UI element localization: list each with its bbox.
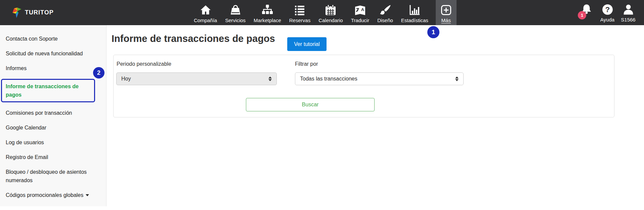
nav-item-servicios[interactable]: Servicios xyxy=(224,0,246,25)
sidebar-item-bloqueo-asientos[interactable]: Bloqueo / desbloqueo de asientos numerad… xyxy=(6,168,97,185)
sidebar-item-solicitud-funcionalidad[interactable]: Solicitud de nueva funcionalidad xyxy=(6,49,97,58)
select-arrows-icon xyxy=(455,76,459,81)
sidebar-item-google-calendar[interactable]: Google Calendar xyxy=(6,123,97,132)
filter-by-select-value: Todas las transacciones xyxy=(300,76,455,82)
nav-item-label: Reservas xyxy=(289,17,310,23)
period-select[interactable]: Hoy xyxy=(116,72,277,85)
nav-item-label: Servicios xyxy=(225,17,246,23)
nav-item-label: Compañía xyxy=(194,17,217,23)
bar-chart-icon xyxy=(409,3,421,17)
brand-name: TURITOP xyxy=(25,9,54,16)
sidebar: Contacta con Soporte Solicitud de nueva … xyxy=(0,25,106,206)
user-id-label: S1566 xyxy=(621,17,635,22)
brand-logo[interactable]: TURITOP xyxy=(12,0,54,25)
filter-by-select[interactable]: Todas las transacciones xyxy=(295,72,464,85)
notification-count-badge: 1 xyxy=(578,11,586,19)
filter-by-label: Filtrar por xyxy=(295,61,318,67)
page-title: Informe de transacciones de pagos xyxy=(112,33,275,44)
tutorial-step-2-badge: 2 xyxy=(93,67,104,78)
nav-item-label: Más xyxy=(441,17,451,23)
question-circle-icon: ? xyxy=(601,3,614,16)
nav-item-label: Traducir xyxy=(351,17,369,23)
notifications-button[interactable]: 1 xyxy=(578,0,595,17)
nav-item-diseno[interactable]: Diseño xyxy=(377,0,394,25)
translate-icon: A xyxy=(354,3,366,17)
svg-text:?: ? xyxy=(605,5,610,14)
sidebar-item-codigos-promocionales[interactable]: Códigos promocionales globales xyxy=(6,191,97,199)
nav-item-marketplace[interactable]: Marketplace xyxy=(253,0,282,25)
search-button[interactable]: Buscar xyxy=(246,98,375,111)
nav-item-reservas[interactable]: Reservas xyxy=(289,0,311,25)
period-label: Periodo personalizable xyxy=(117,61,171,67)
nav-item-mas[interactable]: Más xyxy=(436,0,457,25)
sidebar-item-informe-transacciones-pagos[interactable]: Informe de transacciones de pagos xyxy=(1,79,95,102)
help-label: Ayuda xyxy=(600,17,614,22)
main-menu: Compañía Servicios xyxy=(193,0,457,25)
shopping-bag-icon xyxy=(230,3,241,17)
period-select-value: Hoy xyxy=(121,76,268,82)
svg-text:A: A xyxy=(361,7,364,12)
nav-item-label: Estadísticas xyxy=(401,17,428,23)
plus-square-icon xyxy=(440,3,452,17)
sidebar-item-log-usuarios[interactable]: Log de usuarios xyxy=(6,138,97,147)
filter-panel: Periodo personalizable Hoy Filtrar por T… xyxy=(113,55,614,117)
user-icon xyxy=(622,3,635,16)
home-icon xyxy=(200,3,212,17)
sidebar-item-informes[interactable]: Informes xyxy=(6,64,97,72)
sidebar-item-contacta-con-soporte[interactable]: Contacta con Soporte xyxy=(6,35,97,43)
topbar-right-cluster: 1 ? Ayuda S1566 xyxy=(578,0,636,25)
nav-item-calendario[interactable]: Calendario xyxy=(318,0,344,25)
nav-item-label: Marketplace xyxy=(254,17,281,23)
turitop-logo-icon xyxy=(12,7,22,19)
list-icon xyxy=(294,3,306,17)
nav-item-label: Calendario xyxy=(318,17,343,23)
sitemap-icon xyxy=(261,3,273,17)
help-button[interactable]: ? Ayuda xyxy=(599,0,615,22)
tutorial-step-1-badge: 1 xyxy=(427,26,439,38)
paintbrush-icon xyxy=(379,3,391,17)
calendar-icon xyxy=(325,3,337,17)
nav-item-label: Diseño xyxy=(377,17,393,23)
select-arrows-icon xyxy=(268,76,272,81)
user-account-button[interactable]: S1566 xyxy=(620,0,636,22)
sidebar-item-label: Códigos promocionales globales xyxy=(6,192,83,198)
sidebar-item-registro-email[interactable]: Registro de Email xyxy=(6,153,97,161)
nav-item-compania[interactable]: Compañía xyxy=(193,0,218,25)
sidebar-item-comisiones-transaccion[interactable]: Comisiones por transacción xyxy=(6,109,97,117)
top-navigation-bar: TURITOP Compañía Servicios xyxy=(0,0,644,25)
view-tutorial-button[interactable]: Ver tutorial xyxy=(287,37,327,51)
nav-item-traducir[interactable]: A Traducir xyxy=(350,0,370,25)
nav-item-estadisticas[interactable]: Estadísticas xyxy=(400,0,429,25)
chevron-down-icon xyxy=(86,194,89,196)
